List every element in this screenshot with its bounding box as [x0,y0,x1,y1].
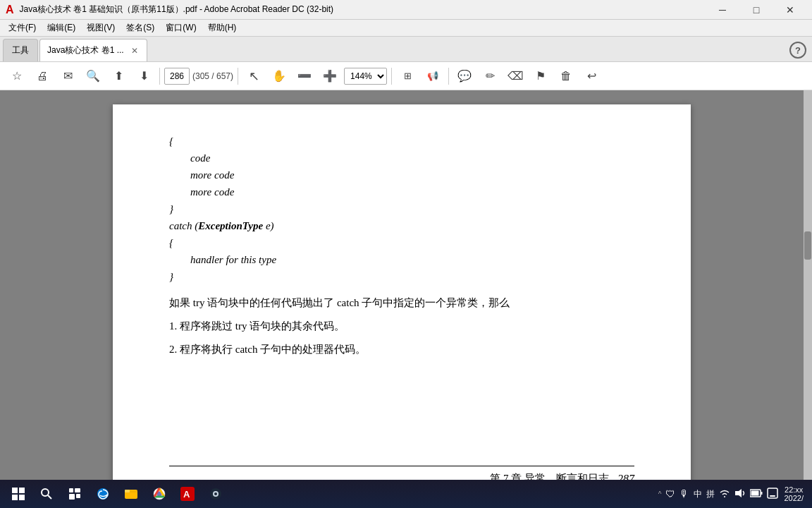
taskbar-explorer[interactable] [118,481,144,507]
tab-close-icon[interactable]: ✕ [130,44,140,57]
code-line-4: more code [190,183,634,200]
svg-rect-0 [12,488,18,493]
code-line-3: more code [190,167,634,183]
prev-page-button[interactable]: ⬆ [107,65,130,87]
paragraph-text: 如果 try 语句块中的任何代码抛出了 catch 子句中指定的一个异常类，那么 [169,294,634,313]
svg-rect-2 [12,495,18,500]
delete-button[interactable]: 🗑 [555,65,577,87]
paragraph-content: 如果 try 语句块中的任何代码抛出了 catch 子句中指定的一个异常类，那么 [169,297,510,308]
clock-date: 2022/ [784,494,804,502]
page-number-input[interactable] [164,68,190,85]
tray-notification-icon[interactable] [767,488,778,501]
footer-chapter: 第 7 章 异常、断言和日志 [490,472,609,480]
taskbar-chrome[interactable] [147,481,172,507]
close-button[interactable]: ✕ [774,0,806,20]
next-page-button[interactable]: ⬇ [133,65,155,87]
page-count: (305 / 657) [192,71,233,81]
undo-button[interactable]: ↩ [580,65,603,87]
minimize-button[interactable]: ─ [706,0,739,20]
menu-help[interactable]: 帮助(H) [202,20,242,36]
zoom-select[interactable]: 144% 100% 125% 150% 200% [344,68,387,85]
tray-wifi-icon[interactable] [719,488,730,500]
start-button[interactable] [6,481,31,507]
system-tray: ^ 🛡 🎙 中 拼 [658,488,779,501]
taskbar-clock[interactable]: 22:xx 2022/ [781,485,806,502]
title-bar: A Java核心技术 卷1 基础知识（原书第11版）.pdf - Adobe A… [0,0,812,20]
main-area: { code more code more code } catch (Exce… [0,90,812,480]
tab-bar: 工具 Java核心技术 卷1 ... ✕ ? [0,37,812,62]
maximize-button[interactable]: □ [740,0,773,20]
scrollbar[interactable] [804,90,812,480]
svg-text:A: A [183,489,190,500]
code-line-9: } [169,268,634,285]
pdf-viewer[interactable]: { code more code more code } catch (Exce… [0,90,804,480]
code-block: { code more code more code } catch (Exce… [169,133,634,285]
footer-page-num: 287 [617,473,634,480]
menu-edit[interactable]: 编辑(E) [42,20,81,36]
taskbar: A ^ 🛡 🎙 中 拼 [0,480,812,508]
tray-security-icon[interactable]: 🛡 [665,488,675,500]
title-bar-text: Java核心技术 卷1 基础知识（原书第11版）.pdf - Adobe Acr… [20,4,333,16]
separator-2 [238,68,238,85]
code-line-1: { [169,133,634,150]
tray-ime-chinese[interactable]: 中 [694,488,702,500]
code-line-2: code [190,150,634,167]
page-footer: 第 7 章 异常、断言和日志 287 [169,466,634,480]
tab-tools[interactable]: 工具 [3,39,38,61]
strikethrough-button[interactable]: ⌫ [504,65,527,87]
svg-rect-7 [75,488,80,492]
tray-mic-icon[interactable]: 🎙 [679,488,689,500]
taskbar-edge[interactable] [90,481,116,507]
help-button[interactable]: ? [789,42,806,59]
tray-volume-icon[interactable] [734,488,746,500]
highlight-button[interactable]: ✏ [479,65,501,87]
comment-button[interactable]: 💬 [453,65,476,87]
svg-rect-1 [19,488,25,493]
svg-point-19 [214,492,217,495]
taskbar-search[interactable] [34,481,59,507]
find-button[interactable]: 🔍 [82,65,104,87]
taskbar-acrobat[interactable]: A [175,481,200,507]
menu-file[interactable]: 文件(F) [3,20,42,36]
bookmark-button[interactable]: ☆ [6,65,28,87]
stamp-button[interactable]: ⚑ [529,65,552,87]
email-button[interactable]: ✉ [56,65,79,87]
menu-sign[interactable]: 签名(S) [121,20,160,36]
tab-document[interactable]: Java核心技术 卷1 ... ✕ [39,39,147,61]
toolbar: ☆ 🖨 ✉ 🔍 ⬆ ⬇ (305 / 657) ↖ ✋ ➖ ➕ 144% 100… [0,62,812,90]
tray-expand-icon[interactable]: ^ [658,490,662,498]
svg-rect-25 [770,495,775,497]
list-item-1: 1. 程序将跳过 try 语句块的其余代码。 [169,317,634,336]
tray-ime-pinyin[interactable]: 拼 [706,488,715,500]
pdf-page: { code more code more code } catch (Exce… [113,104,691,480]
svg-rect-9 [76,494,80,498]
hand-tool-button[interactable]: ✋ [268,65,290,87]
scrollbar-thumb[interactable] [804,231,811,260]
app-icon: A [6,4,14,16]
code-line-6: catch (ExceptionType e) [169,217,634,234]
marquee-zoom-button[interactable]: ⊞ [396,65,419,87]
zoom-out-button[interactable]: ➖ [293,65,316,87]
menu-view[interactable]: 视图(V) [81,20,121,36]
taskbar-steam[interactable] [203,481,228,507]
title-bar-controls: ─ □ ✕ [706,0,806,20]
svg-rect-12 [125,490,130,492]
taskbar-taskview[interactable] [62,481,87,507]
svg-point-4 [42,489,49,496]
code-line-5: } [169,200,634,217]
title-bar-left: A Java核心技术 卷1 基础知识（原书第11版）.pdf - Adobe A… [6,4,333,16]
separator-3 [391,68,392,85]
menu-bar: 文件(F) 编辑(E) 视图(V) 签名(S) 窗口(W) 帮助(H) [0,20,812,37]
select-tool-button[interactable]: ↖ [242,65,265,87]
tray-battery-icon[interactable] [750,488,763,500]
list-item-2: 2. 程序将执行 catch 子句中的处理器代码。 [169,340,634,359]
svg-marker-20 [735,489,742,497]
svg-rect-6 [69,488,73,492]
zoom-in-button[interactable]: ➕ [319,65,341,87]
clock-time: 22:xx [785,485,803,494]
separator-4 [448,68,449,85]
read-aloud-button[interactable]: 📢 [422,65,444,87]
menu-window[interactable]: 窗口(W) [160,20,202,36]
print-button[interactable]: 🖨 [31,65,54,87]
svg-rect-22 [761,492,763,495]
